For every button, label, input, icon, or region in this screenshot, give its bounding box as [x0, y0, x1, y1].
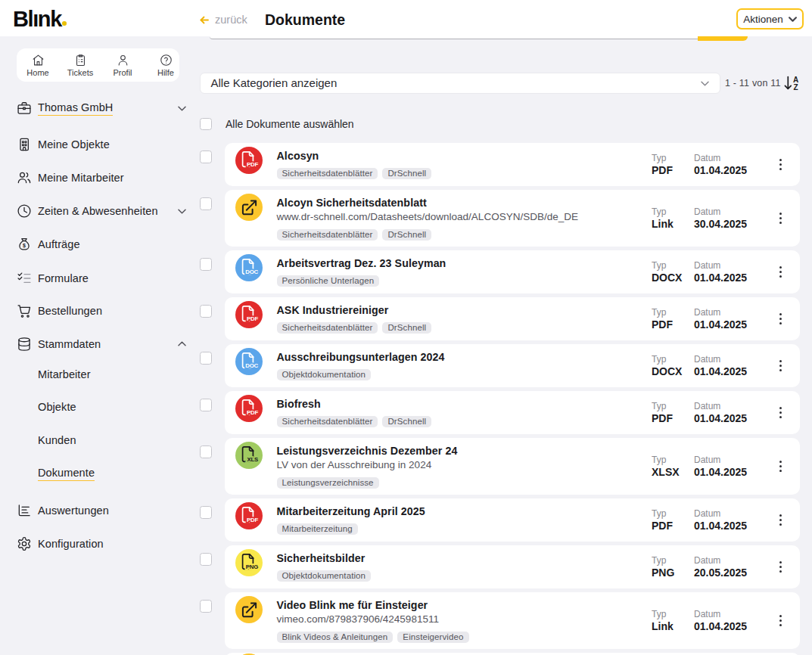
svg-text:PDF: PDF: [247, 161, 258, 168]
svg-text:$: $: [23, 243, 26, 249]
svg-text:DOC: DOC: [245, 269, 258, 275]
svg-text:PDF: PDF: [247, 517, 258, 523]
svg-text:PNG: PNG: [245, 563, 257, 570]
svg-text:PDF: PDF: [247, 315, 258, 322]
svg-text:DOC: DOC: [245, 362, 258, 369]
svg-text:XLS: XLS: [247, 456, 258, 463]
svg-text:PDF: PDF: [247, 409, 258, 416]
svg-text:Z: Z: [793, 83, 798, 91]
